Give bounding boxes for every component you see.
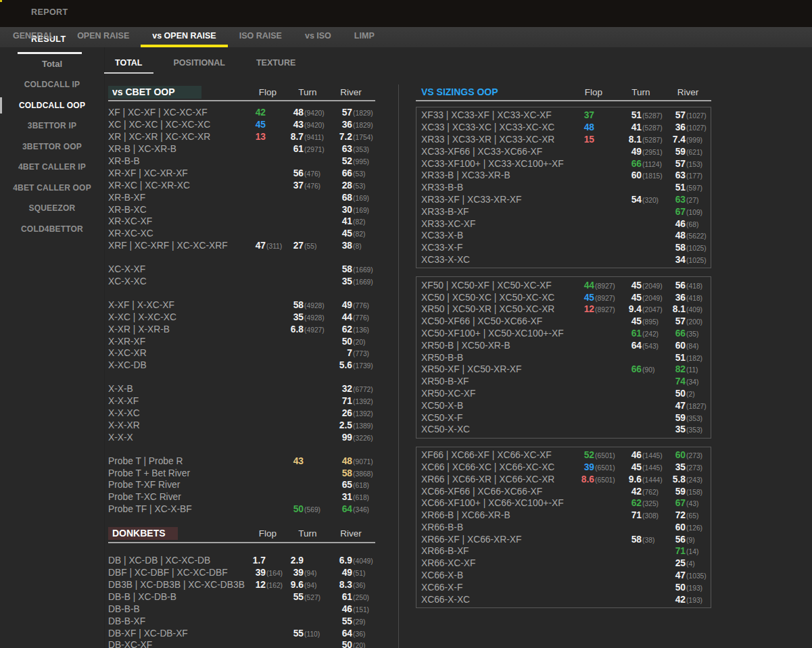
table-row[interactable]: XR-B | XC-XR-B61(2971)63(353)	[108, 143, 375, 155]
table-row[interactable]: DB3B | XC-DB3B | XC-XC-DB3B12(162)9.6(94…	[108, 579, 375, 591]
table-row[interactable]: XC66-X-XC42(193)	[421, 593, 711, 605]
table-row[interactable]: XF66 | XC66-XF | XC66-XC-XF52(6501)46(14…	[421, 449, 711, 462]
table-row[interactable]: XF | XC-XF | XC-XC-XF4248(9420)57(1829)	[108, 107, 375, 119]
table-row[interactable]: XC-X-XC35(1669)	[108, 276, 375, 288]
sample-count: (773)	[353, 350, 375, 357]
table-row[interactable]: Probe TF | XC-X-BF50(569)64(346)	[108, 503, 375, 516]
table-row[interactable]: XRF | XC-XRF | XC-XC-XRF47(311)27(55)38(…	[108, 240, 375, 252]
table-row[interactable]: XC33-X-XC34(1025)	[421, 254, 711, 266]
table-row[interactable]: XC33-XF100+ | XC33-XC100+-XF66(1124)57(1…	[421, 157, 711, 170]
table-row[interactable]: XF50 | XC50-XF | XC50-XC-XF44(8927)45(20…	[421, 279, 711, 291]
subtab-texture[interactable]: TEXTURE	[256, 55, 295, 74]
table-row[interactable]: XR66 | XC66-XR | XC66-XC-XR8.6(6501)9.6(…	[421, 473, 711, 485]
table-row[interactable]: XR33-XC-XF46(68)	[421, 218, 711, 230]
nav-tab-vs-iso[interactable]: vs ISO	[293, 27, 343, 47]
table-row[interactable]: X-XC-XR7(773)	[108, 347, 375, 359]
table-row[interactable]: XC33-X-F58(1025)	[421, 242, 711, 254]
table-row[interactable]: X-X-X99(3226)	[108, 431, 375, 443]
table-row[interactable]: XR-XC | XC-XR-XC37(476)28(53)	[108, 179, 375, 191]
table-row[interactable]: X-X-XR2.5(1389)	[108, 419, 375, 431]
table-row[interactable]: XC66-X-F50(193)	[421, 581, 711, 593]
table-row[interactable]: X-XR | X-XR-B6.8(4927)62(136)	[108, 323, 375, 335]
nav-tab-general[interactable]: GENERAL	[1, 27, 66, 47]
table-row[interactable]: XR-B-B52(995)	[108, 155, 375, 168]
table-row[interactable]: XR-B-XF68(169)	[108, 191, 375, 203]
table-row[interactable]: Probe T + Bet River58(3868)	[108, 467, 375, 479]
table-row[interactable]: XR50 | XC50-XR | XC50-XC-XR12(8927)9.4(2…	[421, 303, 711, 316]
table-row[interactable]: Probe T-XF River65(618)	[108, 479, 375, 491]
table-row[interactable]: XR-B-XC30(169)	[108, 203, 375, 216]
table-row[interactable]: XC50-XF100+ | XC50-XC100+-XF61(242)66(35…	[421, 328, 711, 340]
nav-tab-vs-open-raise[interactable]: vs OPEN RAISE	[141, 27, 227, 47]
table-row[interactable]: XR66-B-XF71(14)	[421, 545, 711, 557]
sidebar-item-squeezor[interactable]: SQUEEZOR	[0, 198, 104, 219]
row-label: XR50-XC-XF	[421, 389, 570, 399]
table-row[interactable]: XC-X-XF58(1669)	[108, 264, 375, 276]
sidebar-item-4bet-caller-ip[interactable]: 4BET CALLER IP	[0, 157, 104, 178]
sample-count: (27)	[686, 197, 709, 204]
table-row[interactable]: XR50-B | XC50-XR-B64(543)60(84)	[421, 339, 711, 351]
subtab-positional[interactable]: POSITIONAL	[174, 55, 225, 74]
table-row[interactable]: X-XR-XF50(20)	[108, 335, 375, 347]
table-row[interactable]: XR-XC-XF41(82)	[108, 216, 375, 228]
table-row[interactable]: DB-XC-XF50(20)	[108, 639, 375, 648]
sidebar-item-3bettor-ip[interactable]: 3BETTOR IP	[0, 116, 104, 136]
table-row[interactable]: X-XC | X-XC-XC35(4928)44(776)	[108, 311, 375, 323]
sidebar-item-4bet-caller-oop[interactable]: 4BET CALLER OOP	[0, 178, 104, 199]
nav-tab-limp[interactable]: LIMP	[343, 27, 386, 47]
sidebar-item-coldcall-oop[interactable]: COLDCALL OOP	[0, 95, 104, 116]
table-row[interactable]: XC50 | XC50-XC | XC50-XC-XC45(8927)45(20…	[421, 291, 711, 303]
table-row[interactable]: X-X-XC26(1392)	[108, 407, 375, 420]
table-row[interactable]: XR50-XF | XC50-XR-XF66(90)82(11)	[421, 364, 711, 376]
table-row[interactable]: XR33 | XC33-XR | XC33-XC-XR158.1(5287)7.…	[421, 134, 711, 146]
nav-tab-iso-raise[interactable]: ISO RAISE	[228, 27, 293, 47]
table-row[interactable]: XR33-B-B51(597)	[421, 182, 711, 194]
table-row[interactable]: XR66-XC-XF25(4)	[421, 557, 711, 570]
table-row[interactable]: XC66 | XC66-XC | XC66-XC-XC39(6501)45(14…	[421, 462, 711, 474]
table-row[interactable]: XC33-X-B48(5622)	[421, 230, 711, 242]
table-row[interactable]: XC | XC-XC | XC-XC-XC4543(9420)36(1829)	[108, 119, 375, 131]
table-row[interactable]: DB-B-B46(151)	[108, 603, 375, 615]
table-row[interactable]: XR-XC-XC45(82)	[108, 228, 375, 240]
table-row[interactable]: DB-XF | XC-DB-XF55(110)64(36)	[108, 627, 375, 639]
table-row[interactable]: XC50-X-F59(353)	[421, 412, 711, 424]
table-row[interactable]: XF33 | XC33-XF | XC33-XC-XF3751(5287)57(…	[421, 109, 711, 122]
row-group: Probe T | Probe R4348(9071)Probe T + Bet…	[108, 455, 375, 515]
sidebar-item-coldcall-ip[interactable]: COLDCALL IP	[0, 74, 104, 95]
table-row[interactable]: DBF | XC-DBF | XC-XC-DBF39(164)39(94)49(…	[108, 567, 375, 579]
table-row[interactable]: XR66-B-B60(126)	[421, 522, 711, 534]
table-row[interactable]: XR33-B | XC33-XR-B60(1815)63(177)	[421, 170, 711, 182]
stat-cell: 30(169)	[327, 205, 375, 215]
table-row[interactable]: XR66-XF | XC66-XR-XF58(38)56(9)	[421, 533, 711, 545]
table-row[interactable]: XR33-XF | XC33-XR-XF54(320)63(27)	[421, 194, 711, 206]
table-row[interactable]: Probe T | Probe R4348(9071)	[108, 455, 375, 467]
sidebar-item-cold4bettor[interactable]: COLD4BETTOR	[0, 219, 104, 240]
nav-tab-open-raise[interactable]: OPEN RAISE	[66, 27, 141, 47]
sidebar-item-3bettor-oop[interactable]: 3BETTOR OOP	[0, 136, 104, 157]
table-row[interactable]: X-XF | X-XC-XF58(4928)49(776)	[108, 299, 375, 311]
table-row[interactable]: XC66-XF100+ | XC66-XC100+-XF62(325)67(43…	[421, 497, 711, 509]
table-row[interactable]: XR50-B-XF74(34)	[421, 376, 711, 388]
table-row[interactable]: XC66-XF66 | XC66-XC66-XF42(762)59(158)	[421, 485, 711, 497]
table-row[interactable]: X-X-B32(6772)	[108, 383, 375, 395]
table-row[interactable]: DB-B-XF55(29)	[108, 615, 375, 627]
table-row[interactable]: XC33-XF66 | XC33-XC66-XF49(2951)59(621)	[421, 145, 711, 157]
table-row[interactable]: X-X-XF71(1392)	[108, 395, 375, 407]
table-row[interactable]: XC66-X-B47(1035)	[421, 570, 711, 582]
table-row[interactable]: XR33-B-XF67(109)	[421, 205, 711, 218]
table-row[interactable]: Probe T-XC River31(618)	[108, 491, 375, 503]
top-tab-report[interactable]: REPORT	[18, 0, 82, 27]
table-row[interactable]: XR66-B | XC66-XR-B71(308)72(65)	[421, 509, 711, 522]
table-row[interactable]: XC50-X-XC35(353)	[421, 424, 711, 436]
table-row[interactable]: XR50-B-B51(182)	[421, 351, 711, 364]
subtab-total[interactable]: TOTAL	[115, 55, 143, 74]
table-row[interactable]: XC50-XF66 | XC50-XC66-XF45(895)57(200)	[421, 316, 711, 328]
table-row[interactable]: DB-B | XC-DB-B55(527)61(250)	[108, 591, 375, 603]
table-row[interactable]: DB | XC-DB | XC-XC-DB1.72.96.9(4049)	[108, 555, 375, 567]
table-row[interactable]: X-XC-DB5.6(1739)	[108, 359, 375, 372]
table-row[interactable]: XR-XF | XC-XR-XF56(476)66(53)	[108, 167, 375, 179]
table-row[interactable]: XC50-X-B47(1827)	[421, 399, 711, 412]
table-row[interactable]: XR50-XC-XF50(2)	[421, 388, 711, 400]
table-row[interactable]: XR | XC-XR | XC-XC-XR138.7(9411)7.2(1754…	[108, 131, 375, 143]
table-row[interactable]: XC33 | XC33-XC | XC33-XC-XC4841(5287)36(…	[421, 122, 711, 134]
